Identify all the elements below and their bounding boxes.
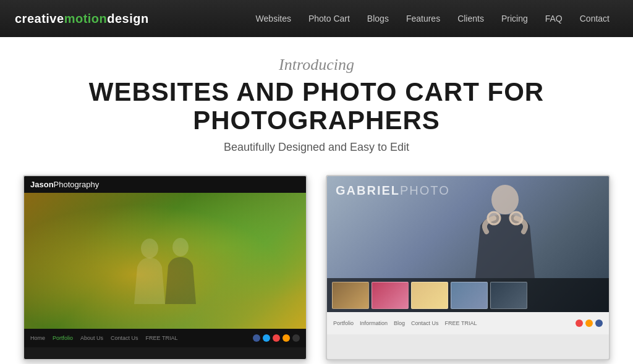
gabriel-nav: Portfolio Information Blog Contact Us FR…: [333, 320, 477, 326]
svg-point-0: [141, 239, 158, 258]
gabriel-screenshot-frame: GABRIELPHOTO: [326, 175, 610, 360]
nav-pricing[interactable]: Pricing: [493, 0, 537, 37]
gabriel-footer: Portfolio Information Blog Contact Us FR…: [327, 312, 609, 334]
introducing-text: Introducing: [12, 56, 621, 74]
svg-point-1: [172, 238, 189, 256]
nav-faq[interactable]: FAQ: [537, 0, 571, 37]
nav-contact[interactable]: Contact: [571, 0, 618, 37]
thumbnail-5: [490, 282, 527, 309]
gabriel-nav-info: Information: [360, 320, 388, 326]
logo-design: design: [107, 12, 148, 25]
man-silhouette: [443, 182, 567, 281]
gabriel-main-image: GABRIELPHOTO: [327, 176, 609, 312]
hero-section: Introducing WEBSITES AND PHOTO CART FOR …: [0, 37, 633, 175]
thumbnail-3: [411, 282, 448, 309]
jason-nav-about: About Us: [80, 335, 103, 341]
header: creativemotiondesign Websites Photo Cart…: [0, 0, 633, 37]
nav-photo-cart[interactable]: Photo Cart: [300, 0, 359, 37]
jason-header: JasonPhotography: [24, 176, 306, 193]
nav-blogs[interactable]: Blogs: [359, 0, 397, 37]
jason-screenshot-frame: JasonPhotography Home Portfolio: [23, 175, 307, 360]
gabriel-nav-blog: Blog: [394, 320, 405, 326]
gabriel-thumbnails: [327, 278, 609, 312]
thumbnail-2: [372, 282, 409, 309]
gabriel-social-1: [576, 320, 583, 327]
jason-nav-portfolio: Portfolio: [53, 335, 73, 341]
jason-main-image: [24, 193, 306, 329]
facebook-icon: [253, 334, 260, 342]
jason-nav-trial: FREE TRIAL: [146, 335, 178, 341]
gabriel-social-icons: [576, 320, 603, 327]
screenshots-section: JasonPhotography Home Portfolio: [0, 175, 633, 364]
main-nav: Websites Photo Cart Blogs Features Clien…: [247, 0, 618, 37]
jason-nav-contact: Contact Us: [111, 335, 138, 341]
gabriel-nav-contact: Contact Us: [411, 320, 439, 326]
html-screenshot-block: JasonPhotography Home Portfolio: [23, 175, 307, 364]
logo: creativemotiondesign: [15, 12, 149, 26]
jason-nav: Home Portfolio About Us Contact Us FREE …: [30, 335, 177, 341]
couple-silhouette: [109, 230, 221, 316]
nav-websites[interactable]: Websites: [247, 0, 300, 37]
social-icon-4: [283, 334, 290, 342]
twitter-icon: [263, 334, 270, 342]
hero-title: WEBSITES AND PHOTO CART FOR PHOTOGRAPHER…: [12, 78, 621, 135]
jason-footer: Home Portfolio About Us Contact Us FREE …: [24, 329, 306, 347]
gabriel-social-3: [595, 320, 603, 327]
gabriel-nav-portfolio: Portfolio: [333, 320, 354, 326]
gabriel-logo: GABRIELPHOTO: [336, 184, 450, 198]
social-icon-5: [292, 334, 300, 342]
jason-logo: JasonPhotography: [30, 180, 99, 189]
flash-screenshot-block: GABRIELPHOTO: [326, 175, 610, 364]
jason-social-icons: [253, 334, 300, 342]
gabriel-nav-trial: FREE TRIAL: [445, 320, 477, 326]
jason-nav-home: Home: [30, 335, 45, 341]
social-icon-3: [273, 334, 280, 342]
svg-point-2: [491, 185, 519, 214]
hero-subtitle: Beautifully Designed and Easy to Edit: [12, 141, 621, 154]
thumbnail-4: [451, 282, 488, 309]
nav-clients[interactable]: Clients: [449, 0, 493, 37]
logo-motion: motion: [64, 12, 108, 25]
nav-features[interactable]: Features: [397, 0, 449, 37]
gabriel-social-2: [585, 320, 593, 327]
thumbnail-1: [332, 282, 369, 309]
logo-creative: creative: [15, 12, 64, 25]
